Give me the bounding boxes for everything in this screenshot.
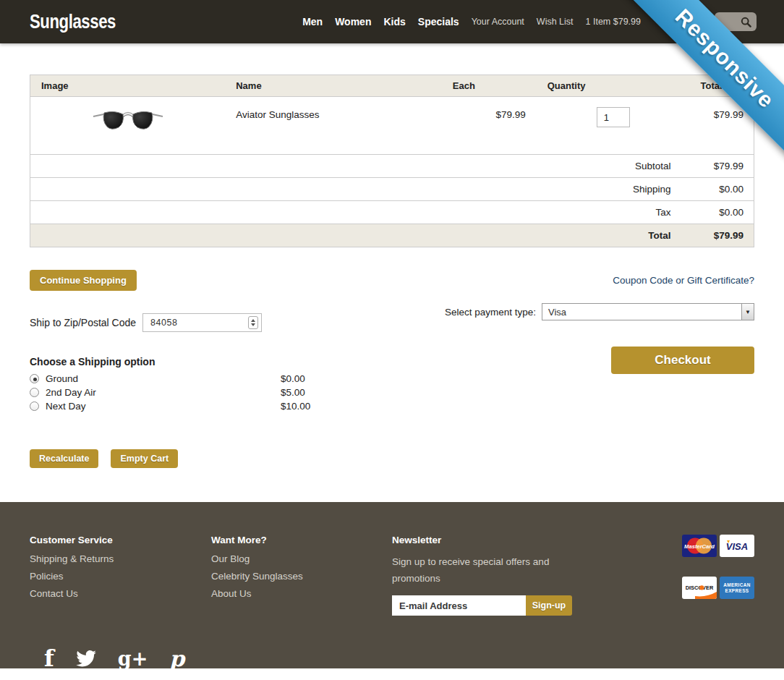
shipping-options-title: Choose a Shipping option [30,356,333,367]
checkout-button[interactable]: Checkout [611,347,754,374]
product-name[interactable]: Aviator Sunglasses [225,97,442,155]
cart-page: Image Name Each Quantity Total [0,75,784,468]
nav-item-specials[interactable]: Specials [418,16,459,27]
recalculate-button[interactable]: Recalculate [30,449,98,468]
email-field[interactable] [392,595,526,616]
main-nav: Men Women Kids Specials Your Account Wis… [302,16,641,27]
summary-row-tax: Tax $0.00 [30,201,754,224]
coupon-link[interactable]: Coupon Code or Gift Certificate? [613,275,754,286]
nav-item-men[interactable]: Men [302,16,323,27]
subtotal-value: $79.99 [690,155,754,178]
newsletter-title: Newsletter [392,535,581,545]
search-input[interactable] [715,12,757,31]
zip-label: Ship to Zip/Postal Code [30,317,136,328]
radio-next-day[interactable] [30,401,39,411]
nav-item-kids[interactable]: Kids [383,16,405,27]
shipping-option-label: Ground [46,373,281,384]
chevron-down-icon: ▼ [741,304,754,320]
col-header-name: Name [225,75,442,97]
footer-link-contact-us[interactable]: Contact Us [30,588,211,599]
shipping-option-price: $10.00 [281,401,310,412]
amex-icon: AMERICAN EXPRESS [720,577,754,599]
continue-shopping-button[interactable]: Continue Shopping [30,270,137,291]
product-image-aviator-sunglasses[interactable] [92,126,164,137]
empty-cart-button[interactable]: Empty Cart [111,449,178,468]
total-label: Total [30,224,690,247]
signup-button[interactable]: Sign-up [526,595,572,616]
footer-column-want-more: Want More? Our Blog Celebrity Sunglasses… [211,535,392,616]
radio-ground[interactable] [30,374,39,383]
header: Sunglasses Men Women Kids Specials Your … [0,0,784,43]
footer-column-customer-service: Customer Service Shipping & Returns Poli… [30,535,211,616]
footer-heading: Want More? [211,535,392,545]
svg-text:MasterCard: MasterCard [684,543,715,550]
google-plus-icon[interactable]: g+ [118,647,148,670]
shipping-option-label: Next Day [46,401,281,412]
zip-stepper[interactable] [248,316,258,329]
brand-logo[interactable]: Sunglasses [30,11,116,33]
cart-item-row: Aviator Sunglasses $79.99 $79.99 [30,97,754,155]
col-header-quantity: Quantity [537,75,690,97]
item-each-price: $79.99 [442,97,537,155]
nav-item-your-account[interactable]: Your Account [472,17,524,27]
footer-link-policies[interactable]: Policies [30,571,211,582]
payment-label: Select payment type: [445,307,536,318]
col-header-each: Each [442,75,537,97]
footer-link-our-blog[interactable]: Our Blog [211,553,392,564]
svg-text:EXPRESS: EXPRESS [725,588,749,593]
cart-table: Image Name Each Quantity Total [30,75,754,247]
shipping-label: Shipping [30,178,690,201]
stepper-down-icon [251,323,255,326]
total-value: $79.99 [690,224,754,247]
newsletter-text: Sign up to receive special offers and pr… [392,553,566,587]
summary-row-shipping: Shipping $0.00 [30,178,754,201]
shipping-options: Choose a Shipping option Ground $0.00 2n… [30,356,333,413]
col-header-image: Image [30,75,226,97]
shipping-option-price: $0.00 [281,373,305,384]
summary-row-subtotal: Subtotal $79.99 [30,155,754,178]
footer-link-shipping-returns[interactable]: Shipping & Returns [30,553,211,564]
shipping-option-ground: Ground $0.00 [30,372,333,386]
footer-link-celebrity-sunglasses[interactable]: Celebrity Sunglasses [211,571,392,582]
shipping-option-price: $5.00 [281,387,305,398]
pinterest-icon[interactable]: p [169,646,184,671]
shipping-value: $0.00 [690,178,754,201]
facebook-icon[interactable]: f [44,645,54,672]
shipping-option-2nd-day-air: 2nd Day Air $5.00 [30,386,333,399]
nav-item-women[interactable]: Women [335,16,371,27]
footer-heading: Customer Service [30,535,211,545]
tax-value: $0.00 [690,201,754,224]
payment-selected-value: Visa [542,307,741,318]
subtotal-label: Subtotal [30,155,690,178]
tax-label: Tax [30,201,690,224]
payment-select[interactable]: Visa ▼ [542,303,754,320]
cart-table-header-row: Image Name Each Quantity Total [30,75,754,97]
footer-link-about-us[interactable]: About Us [211,588,392,599]
shipping-option-next-day: Next Day $10.00 [30,399,333,413]
svg-text:VISA: VISA [726,541,748,552]
mastercard-icon: MasterCard [682,535,717,557]
radio-2nd-day-air[interactable] [30,388,39,397]
item-total-price: $79.99 [690,97,754,155]
col-header-total: Total [690,75,754,97]
discover-icon: DISCOVER [682,577,717,599]
summary-row-total: Total $79.99 [30,224,754,247]
zip-input[interactable] [142,313,262,332]
shipping-option-label: 2nd Day Air [46,387,281,398]
stepper-up-icon [251,319,255,322]
social-icons: f g+ p [30,645,754,672]
footer-column-newsletter: Newsletter Sign up to receive special of… [392,535,581,616]
visa-icon: VISA [720,535,754,557]
footer: Customer Service Shipping & Returns Poli… [0,502,784,668]
nav-item-wish-list[interactable]: Wish List [537,17,574,27]
twitter-icon[interactable] [76,650,96,667]
quantity-input[interactable] [597,107,630,127]
nav-cart-summary[interactable]: 1 Item $79.99 [586,17,641,27]
search-icon [741,17,751,27]
svg-text:AMERICAN: AMERICAN [723,582,751,587]
payment-card-icons: MasterCard VISA DISCOVER [682,535,754,616]
